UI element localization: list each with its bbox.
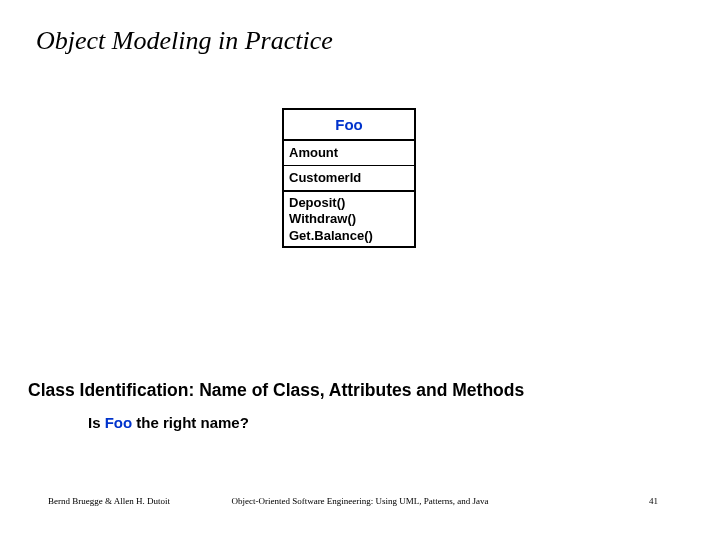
uml-attribute: Amount xyxy=(284,141,414,165)
question-prefix: Is xyxy=(88,414,105,431)
page-title: Object Modeling in Practice xyxy=(36,26,333,56)
question-text: Is Foo the right name? xyxy=(88,414,249,431)
slide: Object Modeling in Practice Foo Amount C… xyxy=(0,0,720,540)
uml-operation: Get.Balance() xyxy=(289,228,409,244)
question-suffix: the right name? xyxy=(132,414,249,431)
uml-class-box: Foo Amount CustomerId Deposit() Withdraw… xyxy=(282,108,416,248)
footer-book-title: Object-Oriented Software Engineering: Us… xyxy=(0,496,720,506)
question-highlight: Foo xyxy=(105,414,133,431)
subtitle: Class Identification: Name of Class, Att… xyxy=(28,380,524,401)
uml-attribute: CustomerId xyxy=(284,165,414,190)
uml-operation: Deposit() xyxy=(289,195,409,211)
uml-class-name: Foo xyxy=(284,110,414,141)
footer-page-number: 41 xyxy=(649,496,658,506)
uml-attributes: Amount CustomerId xyxy=(284,141,414,192)
uml-operations: Deposit() Withdraw() Get.Balance() xyxy=(284,192,414,246)
uml-operation: Withdraw() xyxy=(289,211,409,227)
